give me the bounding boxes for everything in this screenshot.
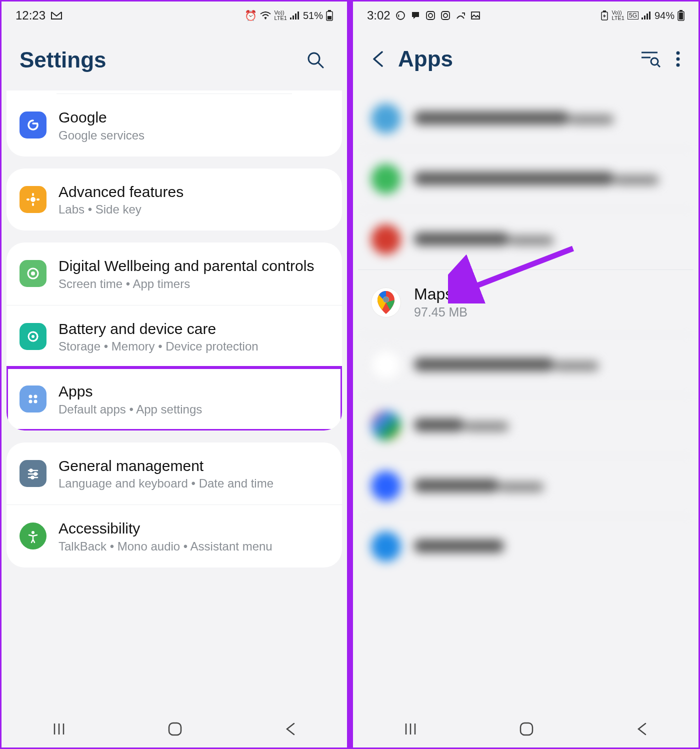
back-button[interactable]: [636, 722, 648, 736]
svg-line-52: [658, 64, 660, 67]
row-subtitle: TalkBack • Mono audio • Assistant menu: [58, 540, 272, 554]
search-icon[interactable]: [302, 46, 329, 74]
google-icon: [20, 112, 46, 138]
row-title: Battery and device care: [58, 320, 258, 338]
apps-list[interactable]: Maps 97.45 MB: [353, 88, 698, 708]
svg-rect-14: [36, 198, 40, 200]
apps-header: Apps: [353, 26, 698, 88]
volte-icon: Vo))LTE1: [274, 10, 286, 21]
filter-search-icon[interactable]: [640, 50, 660, 68]
page-title: Apps: [398, 46, 453, 72]
settings-row-general[interactable]: General management Language and keyboard…: [6, 442, 342, 505]
alarm-icon: ⏰: [244, 10, 257, 22]
svg-point-26: [34, 472, 37, 475]
svg-rect-12: [32, 203, 34, 206]
svg-rect-43: [644, 16, 646, 20]
app-icon: [371, 471, 401, 501]
battery-percent: 94%: [654, 10, 674, 22]
settings-row-advanced[interactable]: Advanced features Labs • Side key: [6, 168, 342, 231]
svg-rect-45: [649, 12, 650, 20]
svg-point-19: [29, 395, 32, 398]
nav-bar: [2, 708, 347, 748]
app-icon: [371, 410, 401, 440]
home-button[interactable]: [166, 720, 184, 738]
recents-button[interactable]: [52, 722, 66, 736]
row-subtitle: Google services: [58, 128, 144, 142]
five-g-icon: 5G: [628, 12, 638, 20]
page-title: Settings: [20, 48, 106, 72]
svg-point-51: [651, 58, 658, 65]
svg-rect-41: [603, 10, 606, 12]
svg-rect-33: [169, 723, 181, 735]
signal-icon: [290, 12, 300, 20]
apps-icon: [20, 386, 46, 412]
app-size: 97.45 MB: [414, 305, 468, 320]
wifi-icon: [260, 12, 271, 20]
svg-point-28: [32, 476, 34, 478]
card-google: Google Google services: [6, 90, 342, 156]
svg-point-18: [32, 335, 34, 338]
svg-rect-1: [290, 18, 292, 20]
battery-care-status-icon: [600, 10, 608, 20]
recents-button[interactable]: [403, 722, 418, 736]
app-row-blurred[interactable]: [358, 395, 694, 456]
settings-row-accessibility[interactable]: Accessibility TalkBack • Mono audio • As…: [6, 504, 342, 568]
volte-icon: Vo))LTE1: [612, 10, 624, 21]
svg-rect-6: [328, 10, 331, 12]
svg-rect-39: [472, 12, 480, 19]
chat-icon: [410, 10, 420, 20]
settings-row-apps[interactable]: Apps Default apps • App settings: [6, 368, 342, 430]
card-general-accessibility: General management Language and keyboard…: [6, 442, 342, 568]
back-icon[interactable]: [371, 50, 385, 68]
svg-point-24: [30, 469, 32, 472]
settings-row-google[interactable]: Google Google services: [6, 94, 342, 156]
battery-icon: [678, 10, 684, 21]
maps-icon: [371, 288, 401, 318]
app-row-blurred[interactable]: [358, 148, 694, 209]
svg-point-38: [444, 14, 448, 18]
battery-percent: 51%: [303, 10, 323, 22]
app-row-blurred[interactable]: [358, 516, 694, 576]
svg-rect-48: [679, 12, 683, 20]
app-row-blurred[interactable]: [358, 88, 694, 148]
back-button[interactable]: [284, 722, 297, 736]
app-row-blurred[interactable]: [358, 334, 694, 395]
row-title: Digital Wellbeing and parental controls: [58, 256, 314, 276]
more-icon[interactable]: [676, 50, 680, 68]
settings-row-wellbeing[interactable]: Digital Wellbeing and parental controls …: [6, 242, 342, 305]
row-title: Google: [58, 108, 144, 127]
svg-point-36: [428, 14, 432, 18]
phone-apps: 3:02 Vo))LTE1 5G: [350, 0, 700, 749]
svg-rect-2: [292, 16, 294, 20]
svg-rect-35: [426, 12, 434, 20]
image-icon: [470, 10, 480, 20]
card-advanced: Advanced features Labs • Side key: [6, 168, 342, 231]
svg-rect-11: [32, 193, 34, 196]
settings-row-battery[interactable]: Battery and device care Storage • Memory…: [6, 305, 342, 368]
row-title: General management: [58, 456, 274, 476]
row-title: Accessibility: [58, 519, 272, 538]
svg-point-20: [34, 395, 38, 398]
home-button[interactable]: [518, 720, 535, 738]
status-bar: 12:23 ⏰ Vo))LTE1 51%: [2, 2, 347, 26]
app-row-blurred[interactable]: [358, 209, 694, 270]
row-subtitle: Screen time • App timers: [58, 277, 314, 291]
svg-point-53: [676, 52, 680, 55]
app-row-blurred[interactable]: [358, 456, 694, 516]
card-device: Digital Wellbeing and parental controls …: [6, 242, 342, 430]
svg-point-8: [308, 53, 320, 64]
svg-point-34: [396, 12, 404, 20]
gear-icon: [20, 186, 46, 213]
app-icon: [371, 350, 401, 380]
app-title: Maps: [414, 285, 468, 304]
accessibility-icon: [20, 522, 46, 550]
row-title: Advanced features: [58, 182, 184, 202]
svg-point-22: [34, 400, 38, 404]
svg-rect-42: [642, 18, 643, 20]
svg-point-10: [30, 197, 36, 202]
signal-icon: [642, 12, 652, 20]
app-icon: [371, 104, 401, 134]
app-row-maps[interactable]: Maps 97.45 MB: [358, 270, 694, 334]
svg-rect-4: [298, 12, 299, 20]
svg-point-55: [676, 64, 680, 67]
